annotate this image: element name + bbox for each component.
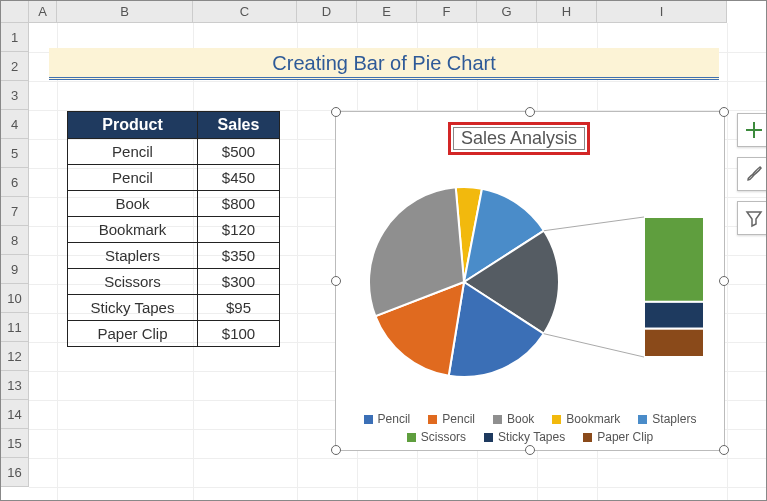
column-header-H[interactable]: H [537, 1, 597, 22]
chart-side-tools [737, 113, 767, 235]
bar-segment-Paper Clip[interactable] [644, 329, 704, 357]
table-row[interactable]: Sticky Tapes$95 [68, 295, 280, 321]
legend-label: Book [507, 412, 534, 426]
legend-item[interactable]: Staplers [638, 412, 696, 426]
resize-handle-mr[interactable] [719, 276, 729, 286]
data-table[interactable]: Product Sales Pencil$500Pencil$450Book$8… [67, 111, 280, 347]
legend-item[interactable]: Paper Clip [583, 430, 653, 444]
col-header-sales[interactable]: Sales [198, 112, 280, 139]
legend-swatch [493, 415, 502, 424]
cell-product[interactable]: Scissors [68, 269, 198, 295]
cell-product[interactable]: Book [68, 191, 198, 217]
legend-swatch [552, 415, 561, 424]
legend-swatch [428, 415, 437, 424]
chart-legend[interactable]: PencilPencilBookBookmarkStaplersScissors… [346, 412, 714, 444]
col-header-product[interactable]: Product [68, 112, 198, 139]
chart-elements-button[interactable] [737, 113, 767, 147]
row-header-9[interactable]: 9 [1, 255, 28, 284]
legend-label: Bookmark [566, 412, 620, 426]
legend-label: Paper Clip [597, 430, 653, 444]
column-header-C[interactable]: C [193, 1, 297, 22]
legend-item[interactable]: Sticky Tapes [484, 430, 565, 444]
select-all-corner[interactable] [1, 1, 29, 22]
row-header-12[interactable]: 12 [1, 342, 28, 371]
chart-filters-button[interactable] [737, 201, 767, 235]
table-row[interactable]: Scissors$300 [68, 269, 280, 295]
row-header-14[interactable]: 14 [1, 400, 28, 429]
chart-plot-area[interactable] [344, 162, 718, 402]
row-header-4[interactable]: 4 [1, 110, 28, 139]
table-row[interactable]: Paper Clip$100 [68, 321, 280, 347]
chart-title[interactable]: Sales Analysis [448, 122, 590, 155]
sheet-title-text: Creating Bar of Pie Chart [272, 52, 495, 74]
row-header-3[interactable]: 3 [1, 81, 28, 110]
cell-sales[interactable]: $350 [198, 243, 280, 269]
cell-product[interactable]: Bookmark [68, 217, 198, 243]
column-header-F[interactable]: F [417, 1, 477, 22]
funnel-icon [744, 208, 764, 228]
row-header-11[interactable]: 11 [1, 313, 28, 342]
table-row[interactable]: Pencil$450 [68, 165, 280, 191]
cell-sales[interactable]: $450 [198, 165, 280, 191]
column-header-B[interactable]: B [57, 1, 193, 22]
column-header-A[interactable]: A [29, 1, 57, 22]
row-header-10[interactable]: 10 [1, 284, 28, 313]
cell-sales[interactable]: $800 [198, 191, 280, 217]
cell-product[interactable]: Paper Clip [68, 321, 198, 347]
brush-icon [744, 164, 764, 184]
chart-styles-button[interactable] [737, 157, 767, 191]
row-header-7[interactable]: 7 [1, 197, 28, 226]
column-header-G[interactable]: G [477, 1, 537, 22]
row-header-8[interactable]: 8 [1, 226, 28, 255]
resize-handle-bl[interactable] [331, 445, 341, 455]
row-header-1[interactable]: 1 [1, 23, 28, 52]
row-header-5[interactable]: 5 [1, 139, 28, 168]
cell-product[interactable]: Staplers [68, 243, 198, 269]
legend-item[interactable]: Bookmark [552, 412, 620, 426]
cell-sales[interactable]: $120 [198, 217, 280, 243]
table-row[interactable]: Staplers$350 [68, 243, 280, 269]
legend-item[interactable]: Pencil [428, 412, 475, 426]
legend-swatch [407, 433, 416, 442]
column-header-E[interactable]: E [357, 1, 417, 22]
cell-sales[interactable]: $500 [198, 139, 280, 165]
resize-handle-tr[interactable] [719, 107, 729, 117]
row-header-16[interactable]: 16 [1, 458, 28, 487]
chart-title-text: Sales Analysis [461, 128, 577, 148]
connector-line [544, 334, 644, 357]
row-header-13[interactable]: 13 [1, 371, 28, 400]
cell-sales[interactable]: $95 [198, 295, 280, 321]
column-header-D[interactable]: D [297, 1, 357, 22]
row-header-6[interactable]: 6 [1, 168, 28, 197]
legend-swatch [364, 415, 373, 424]
cell-sales[interactable]: $300 [198, 269, 280, 295]
legend-item[interactable]: Book [493, 412, 534, 426]
row-header-col: 12345678910111213141516 [1, 23, 29, 487]
legend-label: Sticky Tapes [498, 430, 565, 444]
row-header-2[interactable]: 2 [1, 52, 28, 81]
cell-product[interactable]: Pencil [68, 165, 198, 191]
resize-handle-bc[interactable] [525, 445, 535, 455]
legend-label: Staplers [652, 412, 696, 426]
column-header-I[interactable]: I [597, 1, 727, 22]
table-row[interactable]: Bookmark$120 [68, 217, 280, 243]
resize-handle-tc[interactable] [525, 107, 535, 117]
legend-swatch [638, 415, 647, 424]
sheet-title-banner: Creating Bar of Pie Chart [49, 48, 719, 80]
bar-segment-Sticky Tapes[interactable] [644, 302, 704, 329]
column-header-row: ABCDEFGHI [1, 1, 727, 23]
cell-sales[interactable]: $100 [198, 321, 280, 347]
legend-item[interactable]: Scissors [407, 430, 466, 444]
cell-product[interactable]: Pencil [68, 139, 198, 165]
cell-product[interactable]: Sticky Tapes [68, 295, 198, 321]
resize-handle-br[interactable] [719, 445, 729, 455]
resize-handle-tl[interactable] [331, 107, 341, 117]
row-header-15[interactable]: 15 [1, 429, 28, 458]
legend-item[interactable]: Pencil [364, 412, 411, 426]
bar-segment-Scissors[interactable] [644, 217, 704, 302]
worksheet-area[interactable]: Creating Bar of Pie Chart Product Sales … [29, 23, 766, 500]
table-row[interactable]: Pencil$500 [68, 139, 280, 165]
table-row[interactable]: Book$800 [68, 191, 280, 217]
resize-handle-ml[interactable] [331, 276, 341, 286]
chart-object[interactable]: Sales Analysis PencilPencilBookBookmarkS… [335, 111, 725, 451]
